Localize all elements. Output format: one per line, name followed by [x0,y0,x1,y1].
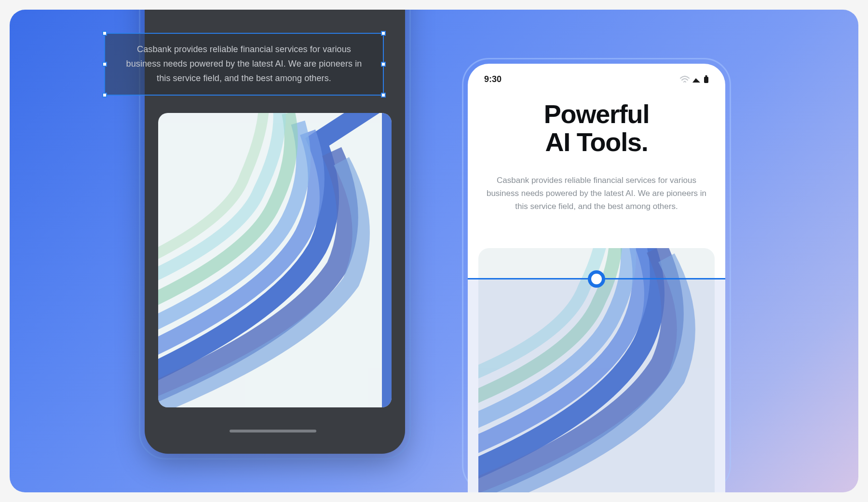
status-time: 9:30 [484,74,502,84]
abstract-wave-art-icon [158,113,392,407]
home-indicator-bar [230,430,316,432]
resize-handle-middle-left[interactable] [102,62,107,67]
resize-handle-top-left[interactable] [102,31,107,36]
hero-description: Casbank provides reliable financial serv… [483,174,710,213]
selected-text-content[interactable]: Casbank provides reliable financial serv… [119,42,369,85]
resize-handle-top-right[interactable] [381,31,386,36]
cellular-icon [692,76,701,83]
battery-icon [704,75,709,84]
svg-rect-1 [704,77,708,83]
resize-handle-bottom-left[interactable] [102,93,107,98]
status-bar: 9:30 [468,64,725,90]
tutorial-card: Casbank provides reliable financial serv… [10,10,858,492]
status-icons [680,75,709,84]
hero-image-editor[interactable] [158,113,392,407]
hero-title-line2: AI Tools. [468,128,725,156]
resize-handle-bottom-right[interactable] [381,93,386,98]
svg-rect-2 [705,75,707,77]
hero-title: Powerful AI Tools. [468,100,725,156]
measure-drag-handle[interactable] [588,270,605,288]
resize-handle-middle-right[interactable] [381,62,386,67]
wifi-icon [680,76,690,83]
text-selection-frame[interactable]: Casbank provides reliable financial serv… [104,33,384,96]
hero-title-line1: Powerful [468,100,725,128]
